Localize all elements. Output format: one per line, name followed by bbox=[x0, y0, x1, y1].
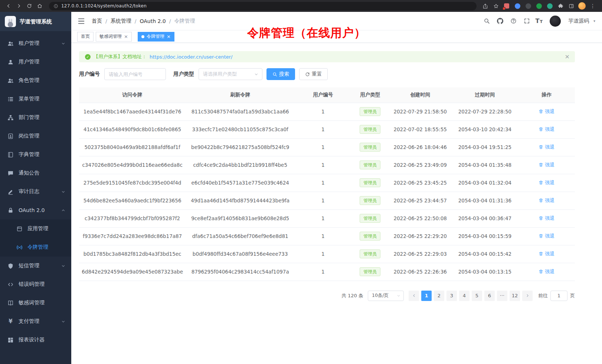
sidebar-item-menu-management[interactable]: 菜单管理 bbox=[0, 90, 71, 108]
app-logo-area[interactable]: 芋道管理系统 bbox=[0, 12, 71, 31]
extension-icon-teal[interactable] bbox=[546, 2, 554, 10]
cell-user-id: 1 bbox=[295, 192, 351, 209]
force-logout-button[interactable]: 强退 bbox=[539, 251, 554, 257]
menu-fold-icon[interactable] bbox=[77, 17, 85, 25]
force-logout-button[interactable]: 强退 bbox=[539, 179, 554, 186]
sidebar-item-app-management[interactable]: 应用管理 bbox=[0, 219, 71, 238]
user-avatar[interactable] bbox=[550, 16, 561, 27]
browser-back-icon[interactable] bbox=[4, 1, 13, 10]
goto-page-input[interactable] bbox=[550, 291, 567, 301]
sidebar-item-post-management[interactable]: 岗位管理 bbox=[0, 127, 71, 145]
page-button-2[interactable]: 2 bbox=[434, 291, 444, 301]
browser-reload-icon[interactable] bbox=[24, 1, 34, 10]
prev-page-button[interactable] bbox=[409, 291, 419, 301]
table-row: 6d842e2924594de9a09e45e087323abe 8796295… bbox=[79, 263, 575, 281]
browser-menu-icon[interactable]: ⋮ bbox=[589, 2, 597, 10]
sidebar-item-token-management[interactable]: 令牌管理 bbox=[0, 238, 71, 257]
reset-button[interactable]: 重置 bbox=[299, 68, 328, 80]
sidebar-menu: 租户管理 用户管理 角色管理 菜单管理 部门管理 bbox=[0, 31, 71, 364]
sidebar-item-sensitive-word[interactable]: 敏感词管理 bbox=[0, 294, 71, 312]
sidebar-item-user-management[interactable]: 用户管理 bbox=[0, 53, 71, 71]
cell-created-time: 2022-06-25 23:45:25 bbox=[389, 174, 451, 192]
tab-close-icon[interactable]: × bbox=[167, 34, 171, 39]
sidebar-item-error-code[interactable]: 错误码管理 bbox=[0, 275, 71, 294]
tab-sensitive-word[interactable]: 敏感词管理 × bbox=[96, 32, 132, 42]
user-name[interactable]: 芋道源码 bbox=[568, 18, 589, 24]
browser-toolbar-icons: ⋮ bbox=[481, 2, 598, 10]
cell-expire-time: 2054-03-04 00:36:47 bbox=[451, 209, 518, 227]
github-icon[interactable] bbox=[495, 16, 505, 26]
cell-user-id: 1 bbox=[295, 174, 351, 192]
cell-access-token: 275e5de9151045fe87cbdc395e004f4d bbox=[79, 174, 186, 192]
force-logout-button[interactable]: 强退 bbox=[539, 108, 554, 115]
sidebar-item-audit-log[interactable]: 审计日志 bbox=[0, 182, 71, 201]
more-pages-button[interactable]: ··· bbox=[497, 291, 507, 301]
side-panel-icon[interactable] bbox=[567, 2, 575, 10]
cell-user-type: 管理员 bbox=[351, 192, 389, 209]
breadcrumb-separator: / bbox=[105, 18, 107, 24]
page-size-select[interactable]: 10条/页 bbox=[368, 291, 404, 301]
page-button-5[interactable]: 5 bbox=[472, 291, 482, 301]
extensions-puzzle-icon[interactable] bbox=[556, 2, 565, 10]
force-logout-button[interactable]: 强退 bbox=[539, 126, 554, 133]
sidebar-item-role-management[interactable]: 角色管理 bbox=[0, 71, 71, 90]
sidebar-item-label: 错误码管理 bbox=[19, 281, 65, 288]
sidebar-item-label: 敏感词管理 bbox=[19, 300, 65, 306]
sidebar-item-dept-management[interactable]: 部门管理 bbox=[0, 108, 71, 127]
force-logout-button[interactable]: 强退 bbox=[539, 197, 554, 204]
page-button-12[interactable]: 12 bbox=[510, 291, 520, 301]
breadcrumb-system[interactable]: 系统管理 bbox=[111, 18, 131, 24]
goto-suffix: 页 bbox=[570, 292, 575, 299]
tab-home[interactable]: 首页 bbox=[77, 32, 94, 42]
extension-icon-dark[interactable] bbox=[524, 2, 532, 10]
help-icon[interactable] bbox=[509, 16, 518, 26]
browser-forward-icon[interactable] bbox=[14, 1, 24, 10]
force-logout-button[interactable]: 强退 bbox=[539, 144, 554, 150]
page-button-3[interactable]: 3 bbox=[446, 291, 457, 301]
search-button[interactable]: 搜索 bbox=[266, 68, 295, 80]
force-logout-button[interactable]: 强退 bbox=[539, 233, 554, 239]
site-info-icon[interactable] bbox=[53, 4, 58, 9]
share-icon[interactable] bbox=[481, 2, 489, 10]
user-id-input[interactable] bbox=[104, 68, 166, 80]
alert-close-icon[interactable]: × bbox=[565, 54, 570, 60]
sidebar-item-notice[interactable]: 通知公告 bbox=[0, 164, 71, 182]
tab-token-management[interactable]: 令牌管理 × bbox=[138, 32, 174, 42]
browser-home-icon[interactable] bbox=[35, 1, 45, 10]
fullscreen-icon[interactable] bbox=[522, 16, 531, 26]
sidebar-item-dict-management[interactable]: 字典管理 bbox=[0, 145, 71, 164]
doc-link[interactable]: https://doc.iocoder.cn/user-center/ bbox=[150, 54, 232, 60]
user-type-badge: 管理员 bbox=[360, 214, 380, 223]
browser-address-bar[interactable]: 127.0.0.1:1024/system/oauth2/token bbox=[49, 2, 477, 10]
page-button-1[interactable]: 1 bbox=[421, 291, 432, 301]
app-window-icon bbox=[16, 226, 23, 232]
next-page-button[interactable] bbox=[522, 291, 533, 301]
browser-profile-avatar[interactable] bbox=[578, 2, 586, 10]
extension-icon-green[interactable] bbox=[535, 2, 543, 10]
col-actions: 操作 bbox=[518, 87, 575, 103]
extension-icon-blue[interactable] bbox=[513, 2, 521, 10]
force-logout-button[interactable]: 强退 bbox=[539, 215, 554, 222]
sidebar-item-label: 字典管理 bbox=[19, 151, 65, 158]
sidebar-item-label: 岗位管理 bbox=[19, 133, 65, 139]
page-button-4[interactable]: 4 bbox=[459, 291, 470, 301]
extension-icon-red-badge[interactable] bbox=[503, 2, 511, 10]
search-icon[interactable] bbox=[482, 16, 491, 26]
bookmark-star-icon[interactable] bbox=[492, 2, 500, 10]
breadcrumb-oauth2[interactable]: OAuth 2.0 bbox=[140, 18, 166, 24]
page-button-6[interactable]: 6 bbox=[484, 291, 495, 301]
sidebar-item-sms-management[interactable]: 短信管理 bbox=[0, 257, 71, 275]
sidebar-item-payment[interactable]: ¥ 支付管理 bbox=[0, 312, 71, 331]
sidebar-item-tenant-management[interactable]: 租户管理 bbox=[0, 34, 71, 53]
sidebar-item-oauth2[interactable]: OAuth 2.0 bbox=[0, 201, 71, 219]
breadcrumb-home[interactable]: 首页 bbox=[92, 18, 102, 24]
font-size-icon[interactable]: TT bbox=[536, 17, 543, 24]
cell-user-id: 1 bbox=[295, 263, 351, 281]
force-logout-button[interactable]: 强退 bbox=[539, 268, 554, 275]
caret-down-icon[interactable]: ▾ bbox=[593, 19, 595, 23]
list-icon bbox=[7, 96, 14, 102]
sidebar-item-report-designer[interactable]: 报表设计器 bbox=[0, 331, 71, 349]
tab-close-icon[interactable]: × bbox=[124, 34, 128, 39]
user-type-select[interactable]: 请选择用户类型 bbox=[199, 68, 262, 80]
force-logout-button[interactable]: 强退 bbox=[539, 162, 554, 168]
